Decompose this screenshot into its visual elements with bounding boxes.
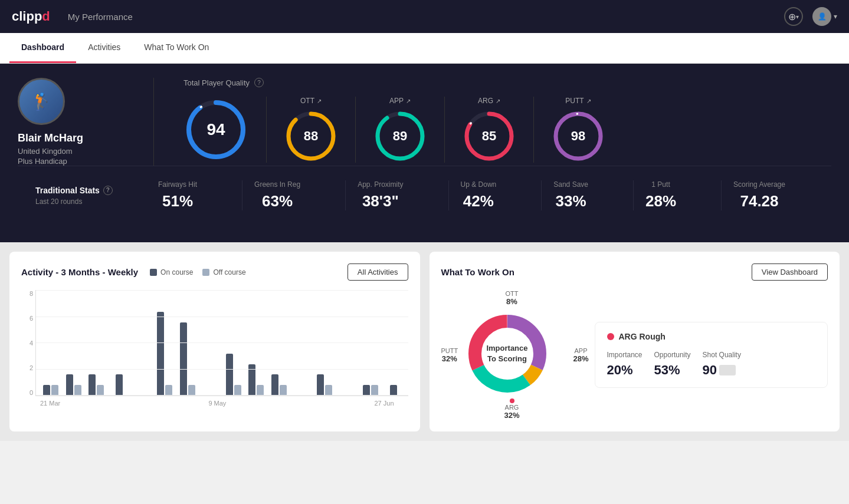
arg-card-dot (607, 333, 614, 340)
bar-offcourse (257, 385, 264, 396)
bar-group (64, 374, 84, 396)
tpq-header: Total Player Quality ? (183, 78, 831, 87)
arg-importance: Importance 20% (607, 351, 643, 378)
ott-gauge: 88 (284, 110, 337, 163)
bottom-section: Activity - 3 Months - Weekly On course O… (0, 242, 849, 441)
stats-title: Traditional Stats ? (35, 186, 118, 195)
chart-area: 0 2 4 6 8 (21, 290, 408, 408)
arg-gauge: 85 (463, 110, 516, 163)
offcourse-dot (202, 269, 209, 276)
header-actions: ⊕ ▾ 👤 ▾ (784, 7, 837, 26)
putt-arrow-icon: ↗ (586, 98, 591, 104)
player-handicap: Plus Handicap (18, 157, 124, 166)
bar-offcourse (74, 385, 81, 396)
ott-label: OTT ↗ (300, 97, 322, 105)
stat-1putt: 1 Putt 28% (633, 180, 688, 210)
user-dropdown-icon: ▾ (834, 12, 837, 21)
tab-what-to-work-on[interactable]: What To Work On (132, 33, 221, 63)
arg-opportunity: Opportunity 53% (654, 351, 691, 378)
bar-offcourse (165, 385, 172, 396)
work-title: What To Work On (441, 267, 514, 277)
stat-updown: Up & Down 42% (448, 180, 509, 210)
all-activities-button[interactable]: All Activities (348, 263, 408, 281)
tab-dashboard[interactable]: Dashboard (9, 33, 76, 63)
donut-center: Importance To Scoring (460, 307, 555, 401)
app-metric: APP ↗ 89 (355, 97, 444, 163)
x-axis: 21 Mar 9 May 27 Jun (21, 396, 408, 407)
bar-group (360, 385, 381, 396)
bar-group (201, 393, 221, 396)
bar-group (269, 374, 289, 396)
bar-oncourse (157, 312, 164, 396)
tab-activities[interactable]: Activities (76, 33, 132, 63)
arg-card-header: ARG Rough (607, 332, 816, 341)
work-content: OTT 8% PUTT 32% APP 28% ARG (441, 290, 828, 420)
stat-fairways: Fairways Hit 51% (146, 180, 209, 210)
legend-offcourse: Off course (202, 268, 245, 276)
bar-oncourse (317, 374, 324, 396)
arg-donut-label: ARG 32% (504, 404, 519, 420)
bar-group (178, 322, 198, 396)
bar-offcourse (325, 385, 332, 396)
arg-label: ARG ↗ (478, 97, 500, 105)
user-menu[interactable]: 👤 ▾ (812, 7, 837, 26)
bar-group (109, 374, 129, 396)
activity-header-left: Activity - 3 Months - Weekly On course O… (21, 267, 246, 277)
putt-donut-label: PUTT 32% (441, 347, 458, 363)
putt-gauge: 98 (552, 110, 605, 163)
y-axis: 0 2 4 6 8 (21, 290, 35, 396)
putt-metric: PUTT ↗ 98 (533, 97, 622, 163)
bar-group (383, 385, 404, 396)
page-title: My Performance (68, 12, 784, 22)
arg-arrow-icon: ↗ (496, 98, 500, 104)
tpq-help-icon[interactable]: ? (254, 78, 264, 87)
activity-panel-header: Activity - 3 Months - Weekly On course O… (21, 263, 408, 281)
donut-wrapper: OTT 8% PUTT 32% APP 28% ARG (441, 290, 583, 420)
activity-title: Activity - 3 Months - Weekly (21, 267, 138, 277)
bar-group (292, 393, 312, 396)
tpq-main-gauge: 94 (183, 97, 248, 162)
bar-offcourse (371, 385, 378, 396)
tpq-label: Total Player Quality (183, 78, 250, 87)
bar-group (41, 385, 61, 396)
add-button[interactable]: ⊕ ▾ (784, 7, 803, 26)
ott-donut-label: OTT 8% (506, 290, 519, 306)
bar-group (86, 374, 106, 396)
stat-sandsave: Sand Save 33% (541, 180, 600, 210)
metrics-row: 94 OTT ↗ 88 (183, 97, 831, 163)
header: clippd My Performance ⊕ ▾ 👤 ▾ (0, 0, 849, 33)
activity-panel: Activity - 3 Months - Weekly On course O… (9, 252, 420, 431)
bar-oncourse (390, 385, 397, 396)
bar-group (315, 374, 335, 396)
tpq-main-value: 94 (206, 120, 225, 139)
bar-oncourse (116, 374, 123, 396)
bar-oncourse (271, 374, 278, 396)
arg-metric: ARG ↗ 85 (444, 97, 533, 163)
bar-offcourse (188, 385, 195, 396)
arg-connector-dot (510, 398, 514, 403)
player-avatar: 🏌️ (18, 78, 65, 125)
stats-grid: Fairways Hit 51% Greens In Reg 63% App. … (130, 180, 814, 210)
app-donut-label: APP 28% (573, 347, 588, 363)
divider (153, 78, 154, 166)
bar-oncourse (88, 374, 96, 396)
ott-value: 88 (304, 129, 318, 144)
what-to-work-on-panel: What To Work On View Dashboard OTT 8% PU… (430, 252, 840, 431)
bars-container (35, 290, 408, 396)
plus-icon: ⊕ (788, 11, 796, 22)
chart-legend: On course Off course (150, 268, 246, 276)
legend-oncourse: On course (150, 268, 193, 276)
bar-oncourse (363, 385, 370, 396)
stat-scoring: Scoring Average 74.28 (721, 180, 797, 210)
donut-region: OTT 8% PUTT 32% APP 28% ARG (441, 290, 583, 420)
app-arrow-icon: ↗ (406, 98, 411, 104)
bar-group (132, 393, 152, 396)
stats-help-icon[interactable]: ? (103, 186, 113, 195)
bar-offcourse (234, 385, 241, 396)
bar-oncourse (248, 364, 255, 396)
bar-group (337, 393, 358, 396)
profile-section: 🏌️ Blair McHarg United Kingdom Plus Hand… (18, 78, 831, 166)
app-label: APP ↗ (389, 97, 411, 105)
view-dashboard-button[interactable]: View Dashboard (752, 263, 828, 281)
arg-card: ARG Rough Importance 20% Opportunity 53%… (595, 322, 828, 388)
